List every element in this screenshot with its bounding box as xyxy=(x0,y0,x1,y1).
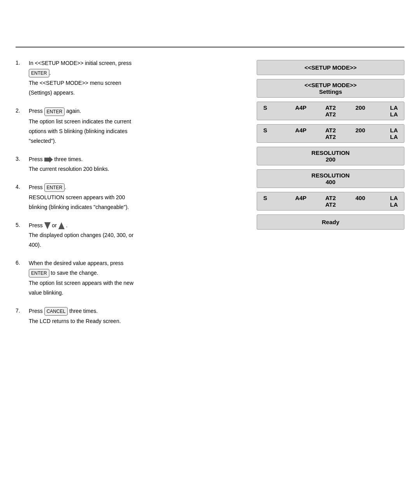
step-2-text-b: The option list screen indicates the cur… xyxy=(29,118,237,126)
lcd-4-r1-c1: S xyxy=(263,127,279,133)
lcd-7-r2-c3: AT2 xyxy=(323,201,338,208)
step-6-content: When the desired value appears, press EN… xyxy=(29,259,237,299)
enter-key-2: ENTER xyxy=(44,107,65,116)
lcd-3-r2-c4 xyxy=(353,111,368,118)
step-6-text-c: The option list screen appears with the … xyxy=(29,279,237,287)
lcd-6-line1: RESOLUTION xyxy=(263,172,398,179)
enter-key-4: ENTER xyxy=(44,183,65,192)
arrow-down-icon xyxy=(44,222,51,229)
lcd-screen-5: RESOLUTION 200 xyxy=(257,147,404,165)
lcd-4-r2-c2 xyxy=(293,133,309,140)
lcd-7-r2-c2 xyxy=(293,201,309,208)
step-7-text-b: The LCD returns to the Ready screen. xyxy=(29,317,237,325)
lcd-7-r2-c1 xyxy=(263,201,279,208)
lcd-4-r1-c3: AT2 xyxy=(323,127,338,133)
step-2: 2. Press ENTER again. The option list sc… xyxy=(16,107,237,146)
right-column: <<SETUP MODE>> <<SETUP MODE>> Settings S… xyxy=(257,59,404,335)
step-5-text-a: Press or . xyxy=(29,221,237,230)
lcd-screen-1: <<SETUP MODE>> xyxy=(257,60,404,75)
step-6-text-a: When the desired value appears, press xyxy=(29,259,237,267)
lcd-2-line1: <<SETUP MODE>> xyxy=(263,82,398,88)
lcd-screen-3: S A4P AT2 200 LA AT2 LA xyxy=(257,102,404,120)
step-7-number: 7. xyxy=(16,307,25,327)
step-6-number: 6. xyxy=(16,259,25,299)
lcd-screen-7: S A4P AT2 400 LA AT2 LA xyxy=(257,192,404,211)
svg-marker-1 xyxy=(44,222,51,229)
enter-key-6: ENTER xyxy=(29,269,49,277)
step-5-text-c: 400). xyxy=(29,241,237,249)
step-6-text-b: ENTER to save the change. xyxy=(29,269,237,277)
content-area: 1. In <<SETUP MODE>> initial screen, pre… xyxy=(0,47,420,335)
step-4-number: 4. xyxy=(16,183,25,213)
lcd-screen-2: <<SETUP MODE>> Settings xyxy=(257,79,404,98)
step-4: 4. Press ENTER. RESOLUTION screen appear… xyxy=(16,183,237,213)
lcd-4-r1-c4: 200 xyxy=(353,127,368,133)
lcd-7-r1-c2: A4P xyxy=(293,195,309,201)
lcd-3-r1-c1: S xyxy=(263,104,279,111)
step-2-text-a: Press ENTER again. xyxy=(29,107,237,116)
step-1: 1. In <<SETUP MODE>> initial screen, pre… xyxy=(16,59,237,98)
cancel-key-7: CANCEL xyxy=(44,307,68,316)
lcd-3-r2-c2 xyxy=(293,111,309,118)
step-1-text-a: In <<SETUP MODE>> initial screen, press xyxy=(29,59,237,67)
step-5-number: 5. xyxy=(16,221,25,251)
enter-key-1: ENTER xyxy=(29,69,49,77)
lcd-2-line2: Settings xyxy=(263,88,398,95)
step-7-text-a: Press CANCEL three times. xyxy=(29,307,237,316)
lcd-3-row2: AT2 LA xyxy=(263,111,398,118)
step-5-text-b: The displayed option changes (240, 300, … xyxy=(29,231,237,239)
step-2-text-d: "selected"). xyxy=(29,137,237,145)
lcd-7-r2-c5: LA xyxy=(382,201,398,208)
lcd-5-line2: 200 xyxy=(263,156,398,163)
step-3-number: 3. xyxy=(16,155,25,175)
step-7: 7. Press CANCEL three times. The LCD ret… xyxy=(16,307,237,327)
step-4-text-b: RESOLUTION screen appears with 200 xyxy=(29,193,237,202)
step-2-number: 2. xyxy=(16,107,25,146)
lcd-3-r1-c4: 200 xyxy=(353,104,368,111)
lcd-7-r1-c4: 400 xyxy=(353,195,368,201)
step-2-content: Press ENTER again. The option list scree… xyxy=(29,107,237,146)
lcd-7-row2: AT2 LA xyxy=(263,201,398,208)
step-4-text-c: blinking (blinking indicates "changeable… xyxy=(29,203,237,211)
lcd-3-r1-c3: AT2 xyxy=(323,104,338,111)
step-1-content: In <<SETUP MODE>> initial screen, press … xyxy=(29,59,237,98)
svg-marker-2 xyxy=(58,222,65,229)
arrow-up-icon xyxy=(58,222,65,229)
lcd-3-r2-c3: AT2 xyxy=(323,111,338,118)
lcd-4-r2-c3: AT2 xyxy=(323,133,338,140)
lcd-6-line2: 400 xyxy=(263,179,398,185)
step-6: 6. When the desired value appears, press… xyxy=(16,259,237,299)
lcd-3-r2-c5: LA xyxy=(382,111,398,118)
step-1-text-c: The <<SETUP MODE>> menu screen xyxy=(29,79,237,87)
page-container: 1. In <<SETUP MODE>> initial screen, pre… xyxy=(0,47,420,504)
step-4-text-a: Press ENTER. xyxy=(29,183,237,192)
lcd-4-r1-c5: LA xyxy=(382,127,398,133)
step-3-content: Press three times. The current resolutio… xyxy=(29,155,237,175)
svg-marker-0 xyxy=(44,156,53,163)
lcd-4-r2-c5: LA xyxy=(382,133,398,140)
step-5-content: Press or . The displayed option changes … xyxy=(29,221,237,251)
lcd-screen-8: Ready xyxy=(257,214,404,230)
lcd-4-r1-c2: A4P xyxy=(293,127,309,133)
lcd-3-r1-c2: A4P xyxy=(293,104,309,111)
lcd-7-r2-c4 xyxy=(353,201,368,208)
lcd-4-row1: S A4P AT2 200 LA xyxy=(263,127,398,133)
step-3-text-a: Press three times. xyxy=(29,155,237,163)
lcd-8-line1: Ready xyxy=(263,219,398,225)
lcd-4-row2: AT2 LA xyxy=(263,133,398,140)
step-2-text-c: options with S blinking (blinking indica… xyxy=(29,127,237,135)
lcd-3-row1: S A4P AT2 200 LA xyxy=(263,104,398,111)
lcd-4-r2-c1 xyxy=(263,133,279,140)
arrow-right-icon xyxy=(44,156,53,163)
lcd-1-line1: <<SETUP MODE>> xyxy=(263,64,398,71)
lcd-7-r1-c1: S xyxy=(263,195,279,201)
step-4-content: Press ENTER. RESOLUTION screen appears w… xyxy=(29,183,237,213)
step-3: 3. Press three times. The current resolu… xyxy=(16,155,237,175)
lcd-3-r1-c5: LA xyxy=(382,104,398,111)
lcd-3-r2-c1 xyxy=(263,111,279,118)
step-3-text-b: The current resolution 200 blinks. xyxy=(29,165,237,173)
step-5: 5. Press or . The displayed option chang… xyxy=(16,221,237,251)
step-1-text-d: (Settings) appears. xyxy=(29,89,237,97)
lcd-7-r1-c3: AT2 xyxy=(323,195,338,201)
step-6-text-d: value blinking. xyxy=(29,289,237,297)
